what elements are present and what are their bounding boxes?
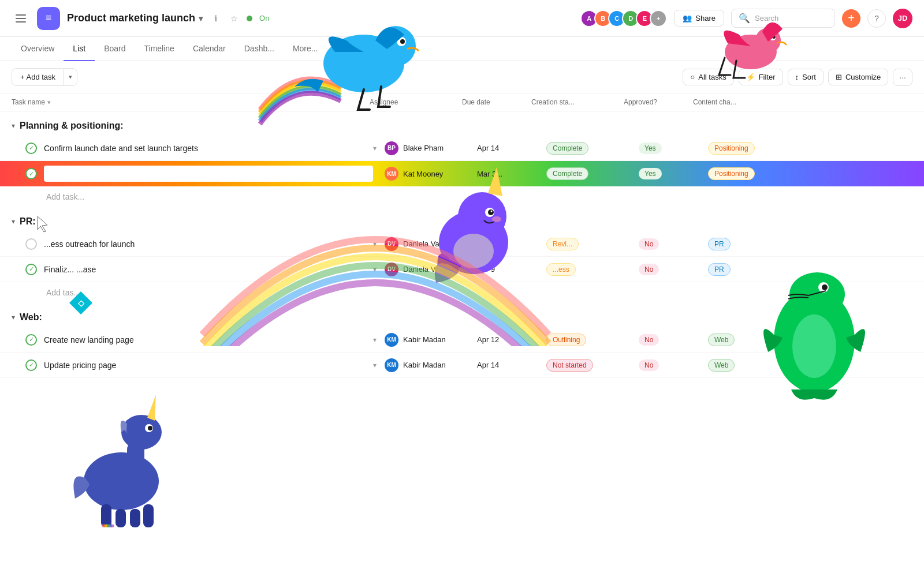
assignee-avatar: KM	[385, 358, 398, 372]
status-dot	[247, 16, 252, 21]
task-status[interactable]: Not started	[546, 359, 639, 372]
task-name[interactable]: Confirm launch date and set launch targe…	[44, 144, 373, 153]
task-due-date[interactable]: Apr 9	[477, 265, 546, 273]
task-content[interactable]: Positioning	[708, 167, 912, 180]
section-pr: ▾ PR:	[0, 207, 924, 231]
search-bar[interactable]: 🔍 Search	[731, 9, 835, 28]
add-task-row[interactable]: Add tas...	[0, 282, 924, 303]
task-due-date[interactable]: Apr 14	[477, 144, 546, 152]
section-chevron-web[interactable]: ▾	[12, 313, 15, 321]
task-approved[interactable]: No	[639, 238, 708, 250]
task-assignee[interactable]: KM Kabir Madan	[385, 358, 477, 372]
table-row: ✓ KM Kat Mooney Mar 3... Complete Yes Po…	[0, 161, 924, 186]
all-tasks-button[interactable]: ○ All tasks	[683, 69, 733, 85]
approved-badge: No	[639, 264, 659, 275]
task-name[interactable]: Create new landing page	[44, 335, 373, 344]
assignee-avatar: DV	[385, 237, 398, 251]
task-due-date[interactable]: Apr 6	[477, 239, 546, 248]
task-checkbox[interactable]: ✓	[25, 143, 37, 154]
avatar-group: A B C D E +	[580, 10, 667, 27]
status-badge: Revi...	[546, 238, 579, 250]
project-chevron-icon[interactable]: ▾	[199, 14, 203, 23]
content-badge: Web	[708, 334, 735, 346]
avatar-more[interactable]: +	[650, 10, 667, 27]
row-chevron-icon: ▾	[373, 265, 385, 273]
task-checkbox[interactable]: ✓	[25, 359, 37, 371]
approved-badge: No	[639, 359, 659, 371]
share-button[interactable]: 👥 Share	[674, 10, 724, 27]
sort-button[interactable]: ↕ Sort	[788, 69, 824, 85]
task-status[interactable]: Revi...	[546, 238, 639, 250]
task-status[interactable]: ...ess	[546, 263, 639, 276]
help-button[interactable]: ?	[867, 9, 886, 28]
task-name[interactable]: ...ess outreach for launch	[44, 239, 373, 249]
task-due-date[interactable]: Mar 3...	[477, 170, 546, 178]
task-approved[interactable]: Yes	[639, 143, 708, 154]
user-avatar[interactable]: JD	[893, 9, 912, 28]
tab-list[interactable]: List	[64, 37, 95, 61]
task-approved[interactable]: Yes	[639, 168, 708, 179]
table-row: ✓ Update pricing page ▾ KM Kabir Madan A…	[0, 353, 924, 378]
filter-button[interactable]: ⚡ Filter	[739, 69, 783, 85]
task-status[interactable]: Complete	[546, 142, 639, 155]
tab-board[interactable]: Board	[95, 37, 135, 61]
task-assignee[interactable]: DV Daniela Var...	[385, 263, 477, 276]
tab-dashboard[interactable]: Dashb...	[235, 37, 284, 61]
task-name[interactable]: Finaliz... ...ase	[44, 265, 373, 274]
approved-badge: Yes	[639, 143, 662, 154]
add-task-row[interactable]: Add task...	[0, 186, 924, 207]
project-title: Product marketing launch ▾	[67, 12, 203, 24]
task-assignee[interactable]: DV Daniela Var...	[385, 237, 477, 251]
task-approved[interactable]: No	[639, 334, 708, 346]
project-title-text: Product marketing launch	[67, 12, 195, 24]
task-content[interactable]: Positioning	[708, 142, 912, 155]
toolbar: + Add task ▾ ○ All tasks ⚡ Filter ↕ Sort…	[0, 61, 924, 93]
task-checkbox[interactable]: ✓	[25, 334, 37, 346]
info-icon[interactable]: ℹ	[210, 13, 221, 24]
add-task-button[interactable]: + Add task ▾	[12, 68, 77, 86]
task-checkbox[interactable]: ✓	[25, 264, 37, 275]
task-assignee[interactable]: BP Blake Pham	[385, 141, 477, 155]
task-status[interactable]: Outlining	[546, 334, 639, 346]
tab-calendar[interactable]: Calendar	[184, 37, 235, 61]
add-task-dropdown[interactable]: ▾	[64, 69, 77, 85]
task-content[interactable]: PR	[708, 238, 912, 250]
task-approved[interactable]: No	[639, 359, 708, 371]
task-assignee[interactable]: KM Kabir Madan	[385, 333, 477, 347]
approved-badge: No	[639, 334, 659, 346]
approved-badge: Yes	[639, 168, 662, 179]
customize-button[interactable]: ⊞ Customize	[828, 69, 888, 85]
col-chevron-icon: ▾	[47, 99, 51, 106]
task-name[interactable]: Update pricing page	[44, 361, 373, 370]
share-icon: 👥	[683, 14, 692, 23]
task-content[interactable]: PR	[708, 263, 912, 276]
task-content[interactable]: Web	[708, 334, 912, 346]
tab-more[interactable]: More...	[284, 37, 327, 61]
more-button[interactable]: ···	[893, 69, 912, 86]
assignee-avatar: BP	[385, 141, 398, 155]
row-chevron-icon: ▾	[373, 144, 385, 152]
content-badge: PR	[708, 238, 731, 250]
tab-timeline[interactable]: Timeline	[135, 37, 184, 61]
tab-bar: Overview List Board Timeline Calendar Da…	[0, 37, 924, 61]
search-icon: 🔍	[739, 13, 750, 24]
task-due-date[interactable]: Apr 14	[477, 361, 546, 369]
customize-icon: ⊞	[836, 73, 842, 81]
task-checkbox[interactable]: ✓	[25, 168, 37, 179]
section-chevron-planning[interactable]: ▾	[12, 122, 15, 130]
section-chevron-pr[interactable]: ▾	[12, 218, 15, 226]
star-icon[interactable]: ☆	[228, 13, 240, 24]
tab-overview[interactable]: Overview	[12, 37, 64, 61]
hamburger-icon[interactable]	[12, 9, 30, 28]
task-status[interactable]: Complete	[546, 167, 639, 180]
task-checkbox[interactable]	[25, 238, 37, 250]
table-row: ✓ Confirm launch date and set launch tar…	[0, 136, 924, 161]
col-header-assignee: Assignee	[370, 98, 462, 106]
task-content[interactable]: Web	[708, 359, 912, 372]
add-task-main[interactable]: + Add task	[12, 69, 64, 85]
task-assignee[interactable]: KM Kat Mooney	[385, 167, 477, 181]
task-name-input[interactable]	[44, 166, 373, 182]
task-approved[interactable]: No	[639, 264, 708, 275]
task-due-date[interactable]: Apr 12	[477, 335, 546, 344]
add-button[interactable]: +	[842, 9, 860, 28]
